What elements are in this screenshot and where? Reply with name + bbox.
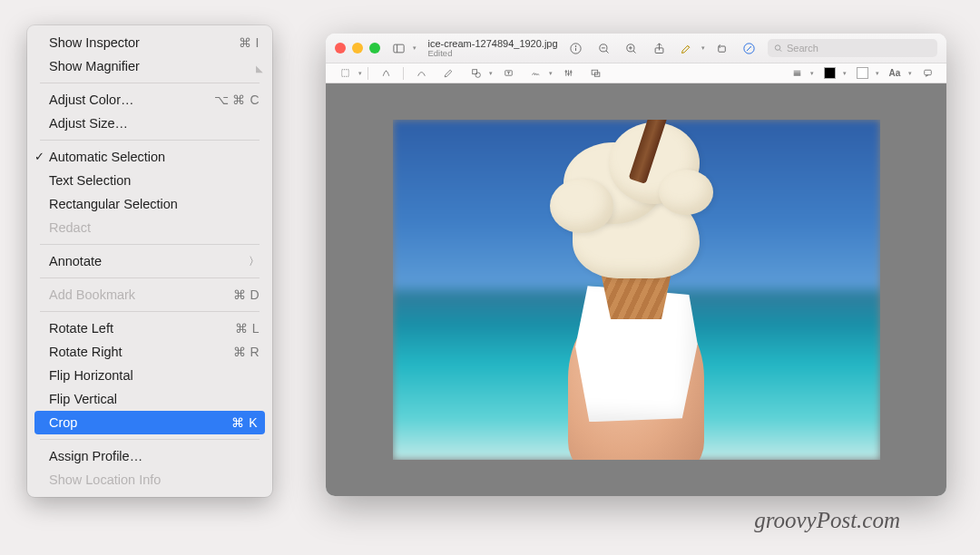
svg-point-18 — [386, 71, 387, 72]
preview-window: ▾ ice-cream-1274894_1920.jpg Edited ▾ — [326, 34, 946, 496]
svg-point-20 — [475, 73, 479, 77]
svg-line-6 — [606, 51, 609, 54]
text-style-icon: Aa — [889, 68, 901, 78]
menu-show-location-info: Show Location Info — [27, 468, 272, 492]
menu-rotate-left[interactable]: Rotate Left ⌘ L — [27, 316, 272, 340]
shape-style-button[interactable] — [787, 65, 807, 82]
menu-item-label: Adjust Size… — [49, 114, 260, 132]
menu-item-label: Annotate — [49, 252, 249, 270]
traffic-lights — [335, 43, 380, 54]
tools-menu: Show Inspector ⌘ I Show Magnifier ◣ Adju… — [27, 25, 272, 497]
menu-adjust-color[interactable]: Adjust Color… ⌥ ⌘ C — [27, 88, 272, 112]
sketch-button[interactable] — [411, 65, 431, 82]
sidebar-toggle-button[interactable] — [389, 39, 407, 57]
fill-color-button[interactable] — [852, 65, 872, 82]
menu-adjust-size[interactable]: Adjust Size… — [27, 112, 272, 135]
adjust-color-button[interactable] — [558, 65, 578, 82]
menu-show-magnifier[interactable]: Show Magnifier ◣ — [27, 54, 272, 78]
chevron-down-icon[interactable]: ▾ — [413, 44, 416, 52]
svg-point-4 — [575, 45, 576, 46]
menu-add-bookmark: Add Bookmark ⌘ D — [27, 283, 272, 307]
rotate-button[interactable] — [712, 39, 730, 57]
menu-separator — [40, 278, 260, 278]
instant-alpha-button[interactable] — [376, 65, 396, 82]
menu-separator — [40, 83, 260, 83]
menu-assign-profile[interactable]: Assign Profile… — [27, 444, 272, 468]
menu-item-label: Flip Horizontal — [49, 366, 260, 385]
info-button[interactable] — [567, 39, 585, 57]
menu-rotate-right[interactable]: Rotate Right ⌘ R — [27, 340, 272, 364]
zoom-out-button[interactable] — [594, 39, 612, 57]
svg-line-16 — [779, 50, 781, 52]
menu-item-shortcut: ⌘ D — [233, 286, 260, 304]
search-icon — [773, 43, 783, 54]
menu-item-label: Rectangular Selection — [49, 195, 260, 213]
titlebar: ▾ ice-cream-1274894_1920.jpg Edited ▾ — [326, 34, 946, 63]
search-field[interactable] — [768, 39, 937, 57]
menu-item-label: Redact — [49, 219, 260, 237]
menu-item-label: Rotate Left — [49, 319, 235, 337]
sign-button[interactable] — [525, 65, 545, 82]
chevron-down-icon[interactable]: ▾ — [843, 70, 847, 77]
close-window-button[interactable] — [335, 43, 346, 54]
chevron-down-icon[interactable]: ▾ — [810, 70, 814, 77]
menu-item-label: Show Location Info — [49, 471, 260, 489]
menu-rectangular-selection[interactable]: Rectangular Selection — [27, 192, 272, 216]
highlight-button[interactable] — [678, 39, 696, 57]
filename: ice-cream-1274894_1920.jpg — [427, 38, 557, 49]
minimize-window-button[interactable] — [352, 43, 363, 54]
menu-item-shortcut: ⌘ K — [231, 414, 258, 432]
menu-item-shortcut: ⌘ R — [233, 343, 260, 361]
chevron-down-icon[interactable]: ▾ — [549, 70, 553, 77]
adjust-size-button[interactable] — [585, 65, 605, 82]
menu-show-inspector[interactable]: Show Inspector ⌘ I — [27, 31, 272, 54]
window-title: ice-cream-1274894_1920.jpg Edited — [427, 38, 557, 59]
menu-item-label: Rotate Right — [49, 343, 233, 361]
menu-item-label: Assign Profile… — [49, 447, 260, 465]
menu-text-selection[interactable]: Text Selection — [27, 169, 272, 192]
search-input[interactable] — [787, 43, 932, 54]
corner-icon: ◣ — [256, 60, 263, 78]
maximize-window-button[interactable] — [369, 43, 380, 54]
toolbar-separator — [368, 67, 368, 80]
chevron-down-icon[interactable]: ▾ — [908, 70, 912, 77]
fill-color-swatch — [857, 67, 868, 79]
menu-flip-vertical[interactable]: Flip Vertical — [27, 387, 272, 411]
svg-line-9 — [633, 51, 636, 54]
edited-status: Edited — [427, 49, 557, 58]
menu-automatic-selection[interactable]: Automatic Selection — [27, 145, 272, 169]
shapes-button[interactable] — [466, 65, 485, 82]
selection-tool-button[interactable] — [335, 65, 355, 82]
chevron-down-icon[interactable]: ▾ — [489, 70, 493, 77]
chevron-right-icon: 〉 — [249, 252, 260, 270]
menu-item-shortcut: ⌘ I — [239, 34, 260, 52]
menu-item-label: Automatic Selection — [49, 148, 260, 166]
chevron-down-icon[interactable]: ▾ — [876, 70, 879, 77]
border-color-swatch — [824, 67, 836, 79]
menu-flip-horizontal[interactable]: Flip Horizontal — [27, 364, 272, 387]
menu-item-label: Adjust Color… — [49, 91, 214, 109]
menu-item-label: Add Bookmark — [49, 286, 233, 304]
menu-item-label: Show Inspector — [49, 34, 239, 52]
text-style-button[interactable]: Aa — [885, 65, 905, 82]
border-color-button[interactable] — [819, 65, 839, 82]
annotation-button[interactable] — [917, 65, 937, 82]
text-button[interactable] — [498, 65, 518, 82]
share-button[interactable] — [650, 39, 668, 57]
svg-rect-17 — [341, 70, 348, 77]
toolbar-separator — [403, 67, 404, 80]
markup-toggle-button[interactable] — [740, 39, 759, 57]
chevron-down-icon[interactable]: ▾ — [701, 44, 705, 52]
svg-point-15 — [775, 45, 779, 50]
draw-button[interactable] — [438, 65, 458, 82]
menu-crop[interactable]: Crop ⌘ K — [34, 411, 265, 434]
zoom-in-button[interactable] — [622, 39, 641, 57]
chevron-down-icon[interactable]: ▾ — [358, 70, 362, 77]
menu-annotate[interactable]: Annotate 〉 — [27, 249, 272, 273]
svg-rect-33 — [924, 70, 931, 74]
watermark: groovyPost.com — [754, 508, 900, 533]
menu-item-label: Crop — [49, 414, 231, 432]
image-canvas[interactable] — [326, 83, 946, 496]
menu-separator — [40, 244, 260, 245]
menu-redact: Redact — [27, 216, 272, 239]
